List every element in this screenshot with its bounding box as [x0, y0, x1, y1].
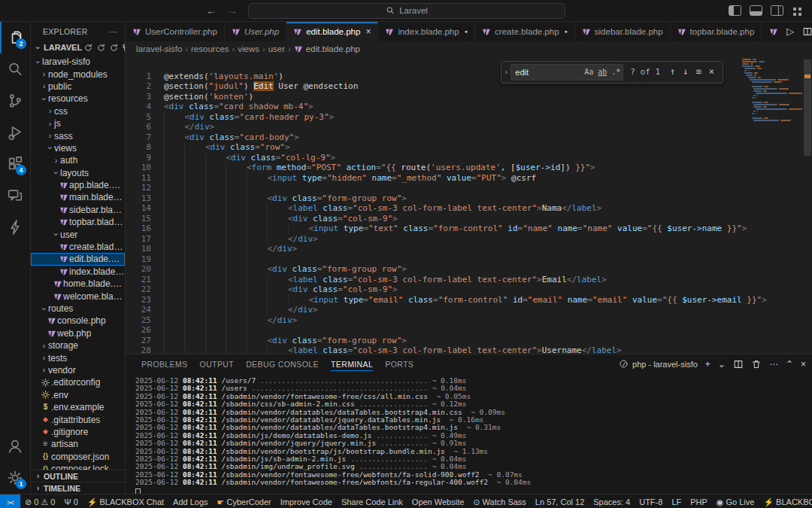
code-line[interactable]: 12	[126, 183, 812, 193]
code-line[interactable]: 24</div>	[126, 305, 812, 315]
activity-bar-accounts[interactable]	[0, 430, 30, 462]
tree-item-resources[interactable]: ›resources	[31, 93, 125, 105]
tree-item-views[interactable]: ›views	[31, 142, 125, 154]
status-remote-indicator[interactable]: ><	[0, 494, 20, 508]
code-line[interactable]: 19	[126, 254, 812, 265]
command-center-search[interactable]: Laravel	[248, 3, 565, 19]
tab-UserController-php[interactable]: UserController.php	[126, 22, 225, 41]
editor-scrollbar[interactable]	[803, 56, 812, 354]
activity-bar-source-control[interactable]	[0, 85, 30, 117]
panel-tab-terminal[interactable]: TERMINAL	[325, 354, 379, 373]
terminal-output[interactable]: 2025-06-12 08:42:11 /users/7 ...........…	[126, 373, 812, 494]
code-line[interactable]: 6</div>	[126, 122, 812, 132]
code-line[interactable]: 10<form method="POST" action="{{ route('…	[126, 163, 812, 173]
tree-item-vendor[interactable]: ›vendor	[31, 364, 125, 376]
status-add-logs[interactable]: Add Logs	[168, 494, 212, 508]
tree-item-layouts[interactable]: ›layouts	[31, 167, 125, 179]
tree-item-sass[interactable]: ›sass	[31, 129, 125, 141]
status-blackbox-chat[interactable]: ⚡BLACKBOX Chat	[83, 494, 168, 508]
activity-bar-run-and-debug[interactable]	[0, 117, 30, 148]
split-editor-icon[interactable]	[802, 26, 812, 37]
tree-item-tests[interactable]: ›tests	[31, 351, 125, 364]
status-cybercoder[interactable]: ☛CyberCoder	[213, 494, 276, 508]
tree-item--env-example[interactable]: $.env.example	[31, 401, 125, 413]
code-editor[interactable]: 1@extends('layouts.main')2@section("judu…	[126, 56, 812, 354]
explorer-more-actions[interactable]: ⋯	[109, 27, 117, 36]
tree-item-artisan[interactable]: ≡artisan	[31, 438, 125, 450]
status-share-code-link[interactable]: Share Code Link	[337, 494, 408, 508]
tree-item-web-php[interactable]: web.php	[31, 327, 125, 339]
blade-extension-icon[interactable]	[769, 27, 778, 36]
close-panel-button[interactable]: ×	[801, 359, 806, 370]
status-problems[interactable]: ⊘0⚠0	[20, 494, 59, 508]
tree-item-edit-blade-php[interactable]: edit.blade.php	[31, 253, 125, 265]
outline-section[interactable]: › OUTLINE	[31, 470, 125, 482]
tab-index-blade-php[interactable]: index.blade.php●	[378, 22, 474, 41]
activity-bar-explorer[interactable]: 2	[0, 22, 30, 53]
activity-bar-extensions[interactable]: 4	[0, 148, 30, 180]
regex-toggle[interactable]: .*	[609, 67, 623, 78]
tree-item-node-modules[interactable]: ›node_modules	[31, 68, 125, 80]
tree-item-topbar-blade-php[interactable]: topbar.blade.php	[31, 216, 125, 228]
customize-layout-icon[interactable]	[792, 6, 803, 16]
code-line[interactable]: 7<div class="card-body">	[126, 132, 812, 143]
tree-item-composer-json[interactable]: {}composer.json	[31, 451, 125, 463]
tree-item-public[interactable]: ›public	[31, 81, 125, 93]
history-back-button[interactable]: ←	[206, 5, 217, 17]
timeline-section[interactable]: › TIMELINE	[31, 482, 125, 494]
tab-close-icon[interactable]: ×	[365, 26, 371, 37]
code-line[interactable]: 5<div class="card-header py-3">	[126, 112, 812, 123]
code-line[interactable]: 11<input type="hidden" name="_method" va…	[126, 173, 812, 184]
breadcrumb-item[interactable]: user	[268, 44, 285, 53]
tree-item-user[interactable]: ›user	[31, 228, 125, 240]
tree-item-laravel-sisfo[interactable]: ›laravel-sisfo	[31, 56, 125, 68]
tree-item-sidebar-blade-p-[interactable]: sidebar.blade.p...	[31, 204, 125, 216]
activity-bar-chat[interactable]	[0, 180, 30, 211]
toggle-sidebar-icon[interactable]	[729, 5, 741, 16]
maximize-panel-button[interactable]: ⌃	[786, 359, 793, 370]
status-language-mode[interactable]: PHP	[686, 494, 712, 508]
tree-item-welcome-blade-[interactable]: welcome.blade....	[31, 290, 125, 302]
whole-word-toggle[interactable]: ab	[595, 67, 609, 78]
toggle-secondary-sidebar-icon[interactable]	[771, 5, 783, 16]
run-code-button[interactable]: ▷	[786, 26, 794, 37]
breadcrumb-item[interactable]: laravel-sisfo	[136, 44, 182, 53]
panel-tab-ports[interactable]: PORTS	[379, 354, 420, 373]
code-line[interactable]: 13<div class="form-group row">	[126, 193, 812, 204]
tree-item-auth[interactable]: ›auth	[31, 154, 125, 166]
code-line[interactable]: 4<div class="card shadow mb-4">	[126, 102, 812, 112]
status-ports-forwarded[interactable]: Ψ0	[59, 494, 82, 508]
toggle-panel-icon[interactable]	[750, 5, 762, 16]
tree-item--editorconfig[interactable]: .editorconfig	[31, 376, 125, 388]
tree-item-main-blade-php[interactable]: main.blade.php	[31, 191, 125, 203]
status-go-live[interactable]: ◉Go Live	[712, 494, 759, 508]
tree-item-app-blade-php[interactable]: app.blade.php	[31, 179, 125, 191]
code-line[interactable]: 9<div class="col-lg-9">	[126, 153, 812, 163]
panel-tab-debug-console[interactable]: DEBUG CONSOLE	[240, 354, 325, 373]
tree-item-composer-lock[interactable]: {}composer.lock	[31, 463, 125, 470]
tree-item-js[interactable]: ›js	[31, 117, 125, 129]
code-line[interactable]: 27<div class="form-group row">	[126, 336, 812, 346]
find-in-selection-button[interactable]: ≡	[692, 67, 705, 78]
code-line[interactable]: 25</div>	[126, 315, 812, 326]
tree-item--env[interactable]: .env	[31, 389, 125, 401]
tree-item-create-blade-php[interactable]: create.blade.php	[31, 241, 125, 253]
code-line[interactable]: 14<label class="col-sm-3 col-form-label …	[126, 203, 812, 214]
breadcrumb-item[interactable]: resources	[191, 44, 229, 53]
new-terminal-button[interactable]: +	[705, 359, 710, 370]
code-line[interactable]: 18</div>	[126, 244, 812, 254]
code-line[interactable]: 20<div class="form-group row">	[126, 264, 812, 275]
status-improve-code[interactable]: Improve Code	[276, 494, 337, 508]
split-terminal-icon[interactable]	[733, 359, 744, 370]
tree-item-index-blade-php[interactable]: index.blade.php	[31, 266, 125, 278]
kill-terminal-icon[interactable]	[751, 359, 762, 370]
tree-item--gitattributes[interactable]: ◆.gitattributes	[31, 413, 125, 425]
status-open-website[interactable]: Open Website	[408, 494, 469, 508]
code-line[interactable]: 16<input type="text" class="form-control…	[126, 224, 812, 234]
find-input[interactable]	[511, 68, 582, 77]
tree-item-console-php[interactable]: console.php	[31, 315, 125, 327]
new-folder-icon[interactable]	[96, 43, 106, 53]
code-line[interactable]: 26	[126, 325, 812, 336]
breadcrumb-file[interactable]: edit.blade.php	[294, 44, 360, 53]
panel-tab-output[interactable]: OUTPUT	[194, 354, 241, 373]
